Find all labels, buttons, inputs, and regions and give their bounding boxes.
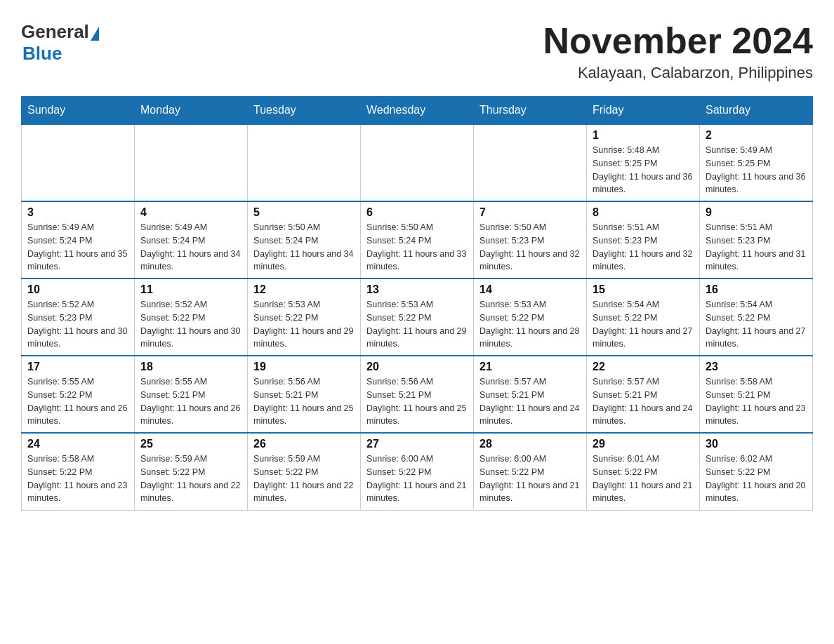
calendar-cell: 4Sunrise: 5:49 AM Sunset: 5:24 PM Daylig… (135, 201, 248, 279)
day-info: Sunrise: 5:49 AM Sunset: 5:25 PM Dayligh… (706, 144, 807, 196)
logo-triangle-icon (91, 27, 99, 41)
calendar-week-1: 1Sunrise: 5:48 AM Sunset: 5:25 PM Daylig… (22, 124, 813, 201)
calendar-cell: 14Sunrise: 5:53 AM Sunset: 5:22 PM Dayli… (474, 279, 587, 356)
day-number: 12 (253, 283, 355, 296)
day-number: 28 (479, 438, 581, 450)
month-title: November 2024 (543, 21, 813, 61)
day-number: 2 (706, 129, 807, 142)
day-number: 18 (140, 361, 241, 373)
day-number: 16 (706, 283, 807, 296)
day-number: 19 (253, 361, 355, 373)
day-info: Sunrise: 5:49 AM Sunset: 5:24 PM Dayligh… (140, 221, 241, 274)
calendar-header-thursday: Thursday (474, 97, 587, 125)
day-info: Sunrise: 5:55 AM Sunset: 5:21 PM Dayligh… (140, 375, 241, 428)
calendar-header-sunday: Sunday (22, 97, 135, 125)
calendar-cell: 6Sunrise: 5:50 AM Sunset: 5:24 PM Daylig… (361, 201, 474, 279)
day-number: 23 (706, 361, 807, 373)
calendar-cell (135, 124, 248, 201)
calendar-cell: 3Sunrise: 5:49 AM Sunset: 5:24 PM Daylig… (22, 201, 135, 279)
calendar-week-2: 3Sunrise: 5:49 AM Sunset: 5:24 PM Daylig… (22, 201, 813, 279)
calendar-cell: 18Sunrise: 5:55 AM Sunset: 5:21 PM Dayli… (135, 356, 248, 433)
day-info: Sunrise: 5:59 AM Sunset: 5:22 PM Dayligh… (253, 452, 355, 505)
calendar-cell: 26Sunrise: 5:59 AM Sunset: 5:22 PM Dayli… (248, 433, 361, 510)
day-info: Sunrise: 5:52 AM Sunset: 5:22 PM Dayligh… (140, 298, 241, 351)
day-info: Sunrise: 5:55 AM Sunset: 5:22 PM Dayligh… (27, 375, 128, 428)
calendar-cell: 16Sunrise: 5:54 AM Sunset: 5:22 PM Dayli… (700, 279, 813, 356)
calendar-cell: 27Sunrise: 6:00 AM Sunset: 5:22 PM Dayli… (361, 433, 474, 510)
calendar-cell: 28Sunrise: 6:00 AM Sunset: 5:22 PM Dayli… (474, 433, 587, 510)
day-number: 6 (366, 206, 468, 219)
calendar-cell: 21Sunrise: 5:57 AM Sunset: 5:21 PM Dayli… (474, 356, 587, 433)
calendar-week-5: 24Sunrise: 5:58 AM Sunset: 5:22 PM Dayli… (22, 433, 813, 510)
calendar-cell: 7Sunrise: 5:50 AM Sunset: 5:23 PM Daylig… (474, 201, 587, 279)
page-header: General Blue November 2024 Kalayaan, Cal… (21, 21, 813, 82)
location-title: Kalayaan, Calabarzon, Philippines (543, 64, 813, 82)
calendar-cell: 12Sunrise: 5:53 AM Sunset: 5:22 PM Dayli… (248, 279, 361, 356)
calendar-cell: 24Sunrise: 5:58 AM Sunset: 5:22 PM Dayli… (22, 433, 135, 510)
day-number: 30 (706, 438, 807, 450)
day-number: 8 (593, 206, 694, 219)
calendar-cell (361, 124, 474, 201)
day-info: Sunrise: 5:49 AM Sunset: 5:24 PM Dayligh… (27, 221, 128, 274)
day-number: 24 (27, 438, 128, 450)
day-number: 26 (253, 438, 355, 450)
calendar-cell: 20Sunrise: 5:56 AM Sunset: 5:21 PM Dayli… (361, 356, 474, 433)
day-number: 1 (593, 129, 694, 142)
day-number: 4 (140, 206, 241, 219)
day-number: 13 (366, 283, 468, 296)
day-number: 21 (479, 361, 581, 373)
day-number: 15 (593, 283, 694, 296)
day-info: Sunrise: 5:54 AM Sunset: 5:22 PM Dayligh… (706, 298, 807, 351)
calendar-header-wednesday: Wednesday (361, 97, 474, 125)
day-info: Sunrise: 5:57 AM Sunset: 5:21 PM Dayligh… (479, 375, 581, 428)
day-info: Sunrise: 5:52 AM Sunset: 5:23 PM Dayligh… (27, 298, 128, 351)
day-number: 27 (366, 438, 468, 450)
calendar-week-3: 10Sunrise: 5:52 AM Sunset: 5:23 PM Dayli… (22, 279, 813, 356)
day-info: Sunrise: 6:01 AM Sunset: 5:22 PM Dayligh… (593, 452, 694, 505)
calendar-cell: 8Sunrise: 5:51 AM Sunset: 5:23 PM Daylig… (587, 201, 700, 279)
day-number: 9 (706, 206, 807, 219)
day-number: 10 (27, 283, 128, 296)
day-info: Sunrise: 5:58 AM Sunset: 5:21 PM Dayligh… (706, 375, 807, 428)
day-number: 3 (27, 206, 128, 219)
day-number: 11 (140, 283, 241, 296)
calendar-cell: 9Sunrise: 5:51 AM Sunset: 5:23 PM Daylig… (700, 201, 813, 279)
day-info: Sunrise: 5:59 AM Sunset: 5:22 PM Dayligh… (140, 452, 241, 505)
day-info: Sunrise: 5:51 AM Sunset: 5:23 PM Dayligh… (593, 221, 694, 274)
calendar-cell: 13Sunrise: 5:53 AM Sunset: 5:22 PM Dayli… (361, 279, 474, 356)
day-info: Sunrise: 5:54 AM Sunset: 5:22 PM Dayligh… (593, 298, 694, 351)
day-number: 20 (366, 361, 468, 373)
day-info: Sunrise: 5:50 AM Sunset: 5:24 PM Dayligh… (253, 221, 355, 274)
day-info: Sunrise: 6:00 AM Sunset: 5:22 PM Dayligh… (479, 452, 581, 505)
title-block: November 2024 Kalayaan, Calabarzon, Phil… (543, 21, 813, 82)
calendar-header-saturday: Saturday (700, 97, 813, 125)
logo-general-text: General (21, 21, 89, 43)
day-info: Sunrise: 5:53 AM Sunset: 5:22 PM Dayligh… (253, 298, 355, 351)
calendar-cell: 10Sunrise: 5:52 AM Sunset: 5:23 PM Dayli… (22, 279, 135, 356)
calendar-cell (22, 124, 135, 201)
calendar-cell: 29Sunrise: 6:01 AM Sunset: 5:22 PM Dayli… (587, 433, 700, 510)
day-info: Sunrise: 5:50 AM Sunset: 5:24 PM Dayligh… (366, 221, 468, 274)
calendar-cell: 2Sunrise: 5:49 AM Sunset: 5:25 PM Daylig… (700, 124, 813, 201)
calendar-cell: 25Sunrise: 5:59 AM Sunset: 5:22 PM Dayli… (135, 433, 248, 510)
calendar-cell: 30Sunrise: 6:02 AM Sunset: 5:22 PM Dayli… (700, 433, 813, 510)
calendar-header-row: SundayMondayTuesdayWednesdayThursdayFrid… (22, 97, 813, 125)
calendar-header-friday: Friday (587, 97, 700, 125)
day-info: Sunrise: 6:02 AM Sunset: 5:22 PM Dayligh… (706, 452, 807, 505)
day-number: 17 (27, 361, 128, 373)
calendar-cell (474, 124, 587, 201)
day-number: 7 (479, 206, 581, 219)
day-info: Sunrise: 5:53 AM Sunset: 5:22 PM Dayligh… (366, 298, 468, 351)
calendar-header-tuesday: Tuesday (248, 97, 361, 125)
calendar-cell: 23Sunrise: 5:58 AM Sunset: 5:21 PM Dayli… (700, 356, 813, 433)
day-info: Sunrise: 5:58 AM Sunset: 5:22 PM Dayligh… (27, 452, 128, 505)
day-info: Sunrise: 5:48 AM Sunset: 5:25 PM Dayligh… (593, 144, 694, 196)
calendar-table: SundayMondayTuesdayWednesdayThursdayFrid… (21, 96, 813, 511)
day-number: 14 (479, 283, 581, 296)
day-info: Sunrise: 5:50 AM Sunset: 5:23 PM Dayligh… (479, 221, 581, 274)
day-number: 25 (140, 438, 241, 450)
calendar-cell: 19Sunrise: 5:56 AM Sunset: 5:21 PM Dayli… (248, 356, 361, 433)
calendar-cell: 5Sunrise: 5:50 AM Sunset: 5:24 PM Daylig… (248, 201, 361, 279)
calendar-week-4: 17Sunrise: 5:55 AM Sunset: 5:22 PM Dayli… (22, 356, 813, 433)
day-info: Sunrise: 6:00 AM Sunset: 5:22 PM Dayligh… (366, 452, 468, 505)
